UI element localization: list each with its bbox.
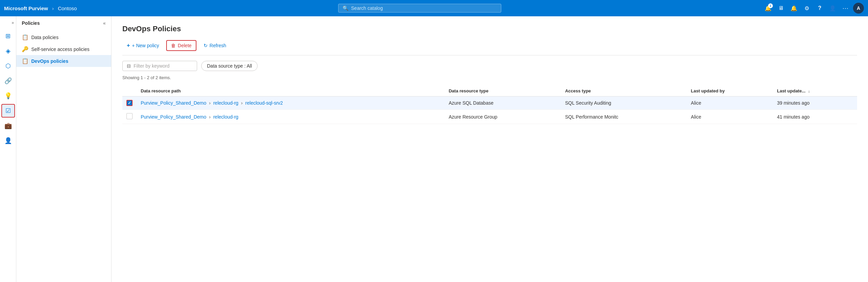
col-access-type: Access type	[561, 86, 687, 96]
data-table: Data resource path Data resource type Ac…	[122, 86, 857, 124]
account-icon: 👤	[4, 137, 12, 144]
nav-icon-briefcase[interactable]: 💼	[1, 119, 15, 133]
notification-button[interactable]: 🔔 1	[763, 3, 774, 14]
main-content: DevOps Policies + + New policy 🗑 Delete …	[111, 16, 868, 282]
person-icon: 👤	[829, 5, 836, 12]
nav-icon-data-share[interactable]: 🔗	[1, 74, 15, 88]
home-icon: ⊞	[5, 32, 11, 40]
table-body: Purview_Policy_Shared_Demo › relecloud-r…	[122, 96, 857, 124]
col-updated-by: Last updated by	[687, 86, 773, 96]
refresh-label: Refresh	[210, 43, 226, 48]
data-policies-label: Data policies	[31, 35, 58, 40]
app-name: Microsoft Purview	[4, 5, 48, 11]
delete-button[interactable]: 🗑 Delete	[166, 40, 196, 51]
brand-separator: ›	[52, 5, 54, 11]
nav-icon-policies[interactable]: ☑	[1, 104, 15, 118]
new-policy-label: + New policy	[132, 43, 159, 48]
nav-icon-home[interactable]: ⊞	[1, 29, 15, 43]
row-resource-path-1: Purview_Policy_Shared_Demo › relecloud-r…	[137, 96, 445, 110]
path-segment-2: relecloud-rg	[213, 100, 238, 106]
nav-icon-bulb[interactable]: 💡	[1, 89, 15, 103]
sidebar-section-title: Policies	[22, 20, 40, 26]
col-last-update[interactable]: Last update... ↓	[773, 86, 857, 96]
delete-label: Delete	[178, 43, 191, 48]
data-policies-icon: 📋	[22, 34, 28, 40]
col-checkbox	[122, 86, 137, 96]
alerts-button[interactable]: 🔔	[788, 3, 799, 14]
new-policy-button[interactable]: + + New policy	[122, 40, 163, 51]
path-segment-3: relecloud-sql-srv2	[245, 100, 283, 106]
search-icon: 🔍	[343, 5, 348, 11]
row-last-update-1: 39 minutes ago	[773, 96, 857, 110]
row-resource-path-2: Purview_Policy_Shared_Demo › relecloud-r…	[137, 110, 445, 124]
help-icon: ?	[818, 5, 821, 11]
keyword-filter[interactable]: ⊟	[122, 61, 197, 71]
sidebar-collapse-button[interactable]: «	[103, 20, 106, 26]
settings-button[interactable]: ⚙	[801, 3, 812, 14]
showing-text: Showing 1 - 2 of 2 items.	[122, 75, 857, 80]
more-button[interactable]: ···	[840, 3, 851, 14]
top-navigation: Microsoft Purview › Contoso 🔍 🔔 1 🖥 🔔 ⚙ …	[0, 0, 868, 16]
path-segment-4: Purview_Policy_Shared_Demo	[141, 114, 206, 120]
path-sep-2: ›	[241, 100, 243, 106]
person-button[interactable]: 👤	[827, 3, 838, 14]
sidebar-expand-button[interactable]: »	[12, 20, 14, 25]
sidebar-item-devops-policies[interactable]: 📋 DevOps policies	[16, 55, 111, 67]
datasource-type-filter[interactable]: Data source type : All	[201, 61, 258, 71]
row-last-update-2: 41 minutes ago	[773, 110, 857, 124]
insights-icon: ⬡	[5, 62, 11, 70]
toolbar: + + New policy 🗑 Delete ↻ Refresh	[122, 40, 857, 55]
search-box[interactable]: 🔍	[338, 4, 501, 13]
row-checkbox-cell-1[interactable]	[122, 96, 137, 110]
col-resource-path: Data resource path	[137, 86, 445, 96]
row-resource-type-2: Azure Resource Group	[445, 110, 561, 124]
devops-policies-icon: 📋	[22, 58, 28, 64]
table-row: Purview_Policy_Shared_Demo › relecloud-r…	[122, 96, 857, 110]
keyword-input[interactable]	[134, 63, 193, 69]
icon-sidebar: » ⊞ ◈ ⬡ 🔗 💡 ☑ 💼 👤	[0, 16, 16, 282]
briefcase-icon: 💼	[4, 122, 12, 129]
sidebar-header: Policies «	[16, 16, 111, 30]
nav-icon-insights[interactable]: ⬡	[1, 59, 15, 73]
nav-icon-catalog[interactable]: ◈	[1, 44, 15, 58]
path-sep-1: ›	[209, 100, 211, 106]
plus-icon: +	[127, 42, 130, 49]
user-avatar[interactable]: A	[853, 3, 864, 14]
more-icon: ···	[843, 5, 849, 12]
catalog-icon: ◈	[6, 47, 11, 55]
filter-row: ⊟ Data source type : All	[122, 61, 857, 71]
sort-desc-icon: ↓	[808, 89, 810, 93]
tenant-name: Contoso	[58, 5, 77, 11]
row-checkbox-cell-2[interactable]	[122, 110, 137, 124]
devops-policies-label: DevOps policies	[31, 58, 68, 64]
monitor-button[interactable]: 🖥	[776, 3, 786, 14]
alerts-icon: 🔔	[791, 5, 797, 12]
delete-icon: 🗑	[171, 43, 176, 48]
row-access-type-2: SQL Performance Monitc	[561, 110, 687, 124]
monitor-icon: 🖥	[778, 5, 784, 11]
notification-badge: 1	[768, 3, 773, 8]
datasource-filter-label: Data source type : All	[207, 63, 252, 69]
left-sidebar: Policies « 📋 Data policies 🔑 Self-servic…	[16, 16, 111, 282]
nav-icon-account[interactable]: 👤	[1, 134, 15, 147]
page-title: DevOps Policies	[122, 24, 857, 33]
table-header: Data resource path Data resource type Ac…	[122, 86, 857, 96]
row-checkbox-1[interactable]	[126, 100, 133, 106]
sidebar-item-data-policies[interactable]: 📋 Data policies	[16, 31, 111, 43]
refresh-button[interactable]: ↻ Refresh	[199, 40, 231, 51]
path-segment-5: relecloud-rg	[213, 114, 238, 120]
col-resource-type: Data resource type	[445, 86, 561, 96]
search-area: 🔍	[80, 4, 760, 13]
search-input[interactable]	[351, 5, 497, 11]
body-area: » ⊞ ◈ ⬡ 🔗 💡 ☑ 💼 👤 Policies «	[0, 16, 868, 282]
brand-area: Microsoft Purview › Contoso	[4, 5, 77, 11]
sidebar-item-self-service[interactable]: 🔑 Self-service access policies	[16, 43, 111, 55]
row-checkbox-2[interactable]	[126, 113, 133, 119]
data-share-icon: 🔗	[4, 77, 12, 85]
policies-icon: ☑	[5, 107, 11, 114]
sidebar-navigation: 📋 Data policies 🔑 Self-service access po…	[16, 30, 111, 68]
icon-sidebar-top: »	[0, 19, 16, 28]
row-resource-type-1: Azure SQL Database	[445, 96, 561, 110]
help-button[interactable]: ?	[814, 3, 825, 14]
nav-icon-group: 🔔 1 🖥 🔔 ⚙ ? 👤 ··· A	[763, 3, 864, 14]
